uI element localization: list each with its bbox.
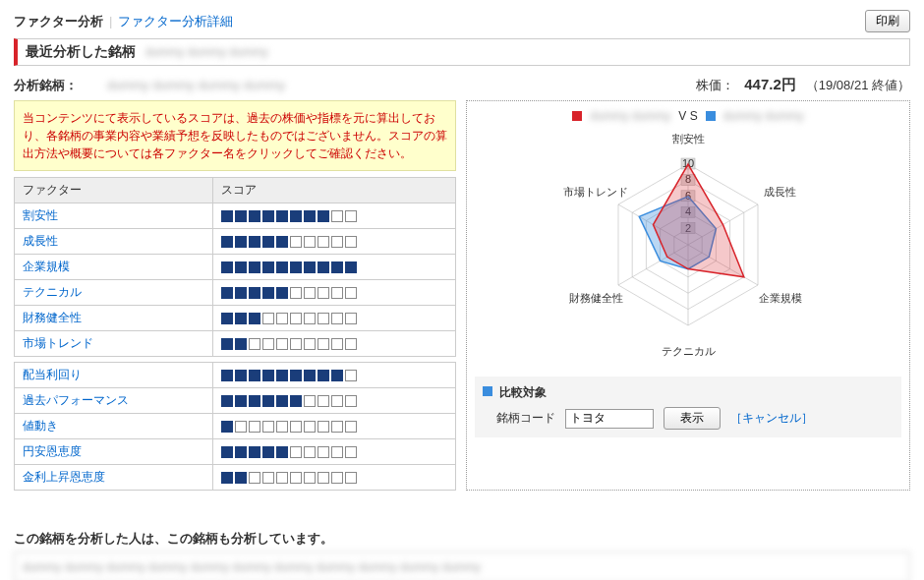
compare-code-input[interactable] (565, 409, 654, 429)
score-bar (221, 472, 447, 484)
score-bar (221, 395, 447, 407)
chart-legend: dummy dummy V S dummy dummy (475, 109, 901, 123)
recent-items[interactable]: dummy dummy dummy (145, 45, 268, 59)
tab-bar: ファクター分析 | ファクター分析詳細 (14, 13, 233, 30)
score-bar (221, 338, 447, 350)
score-bar (221, 261, 447, 273)
radar-svg: 246810割安性成長性企業規模テクニカル財務健全性市場トレンド (501, 127, 875, 363)
also-box[interactable]: dummy dummy dummy dummy dummy dummy dumm… (14, 551, 910, 580)
score-bar (221, 236, 447, 248)
legend-blue-icon (706, 111, 716, 121)
table-row: テクニカル (15, 280, 456, 306)
score-bar (221, 287, 447, 299)
left-column: 当コンテンツにて表示しているスコアは、過去の株価や指標を元に算出しており、各銘柄… (14, 100, 456, 491)
print-button[interactable]: 印刷 (865, 10, 910, 32)
table-row: 企業規模 (15, 255, 456, 280)
compare-color-icon (483, 386, 492, 396)
compare-box: 比較対象 銘柄コード 表示 ［キャンセル］ (475, 377, 901, 437)
tab-separator: | (109, 14, 112, 29)
header-row: ファクター分析 | ファクター分析詳細 印刷 (14, 10, 910, 32)
radar-chart: 246810割安性成長性企業規模テクニカル財務健全性市場トレンド (475, 127, 901, 363)
cancel-link[interactable]: ［キャンセル］ (730, 410, 813, 427)
also-analyzed-section: この銘柄を分析した人は、この銘柄も分析しています。 dummy dummy du… (14, 530, 910, 580)
factor-link[interactable]: 成長性 (23, 234, 58, 248)
score-bar (221, 210, 447, 222)
legend-red-icon (572, 111, 582, 121)
factor-table: ファクター スコア 割安性成長性企業規模テクニカル財務健全性市場トレンド配当利回… (14, 177, 456, 491)
score-bar (221, 370, 447, 381)
table-row: 財務健全性 (15, 306, 456, 331)
analysis-stock-name: dummy dummy dummy dummy (107, 78, 285, 92)
factor-link[interactable]: 金利上昇恩恵度 (23, 470, 105, 484)
table-row: 円安恩恵度 (15, 439, 456, 465)
notice-box: 当コンテンツにて表示しているスコアは、過去の株価や指標を元に算出しており、各銘柄… (14, 100, 456, 171)
table-row: 市場トレンド (15, 331, 456, 357)
factor-link[interactable]: テクニカル (23, 285, 82, 299)
price-value: 447.2円 (744, 76, 796, 94)
col-header-score: スコア (213, 178, 456, 203)
price-label: 株価： (696, 77, 734, 94)
factor-link[interactable]: 企業規模 (23, 260, 70, 273)
compare-code-label: 銘柄コード (496, 410, 555, 427)
right-column: dummy dummy V S dummy dummy 246810割安性成長性… (466, 100, 910, 491)
table-row: 割安性 (15, 203, 456, 229)
svg-text:財務健全性: 財務健全性 (569, 292, 623, 304)
svg-text:成長性: 成長性 (764, 186, 796, 198)
factor-link[interactable]: 市場トレンド (23, 336, 93, 350)
compare-header: 比較対象 (499, 385, 547, 399)
show-button[interactable]: 表示 (664, 407, 721, 430)
svg-text:企業規模: 企業規模 (759, 292, 802, 304)
recent-title: 最近分析した銘柄 (26, 43, 136, 61)
factor-link[interactable]: 割安性 (23, 208, 58, 222)
factor-link[interactable]: 財務健全性 (23, 311, 82, 324)
legend-a-label: dummy dummy (590, 109, 670, 123)
table-row: 金利上昇恩恵度 (15, 465, 456, 491)
legend-b-label: dummy dummy (723, 109, 804, 123)
svg-text:市場トレンド: 市場トレンド (563, 186, 628, 198)
recent-analyzed-box: 最近分析した銘柄 dummy dummy dummy (14, 38, 910, 66)
score-bar (221, 421, 447, 433)
score-bar (221, 313, 447, 324)
score-bar (221, 446, 447, 458)
legend-vs: V S (678, 109, 697, 123)
price-row: 株価： 447.2円 （19/08/21 終値） (696, 76, 910, 94)
table-row: 配当利回り (15, 363, 456, 388)
factor-link[interactable]: 過去パフォーマンス (23, 393, 129, 407)
table-row: 過去パフォーマンス (15, 388, 456, 414)
table-row: 成長性 (15, 229, 456, 255)
tab-factor-analysis[interactable]: ファクター分析 (14, 13, 103, 30)
svg-text:テクニカル: テクニカル (662, 345, 716, 357)
svg-text:割安性: 割安性 (672, 133, 705, 145)
tab-factor-detail[interactable]: ファクター分析詳細 (118, 13, 233, 30)
analysis-label: 分析銘柄： (14, 77, 78, 94)
factor-link[interactable]: 配当利回り (23, 368, 82, 381)
factor-link[interactable]: 値動き (23, 419, 58, 433)
also-title: この銘柄を分析した人は、この銘柄も分析しています。 (14, 530, 910, 548)
col-header-factor: ファクター (15, 178, 213, 203)
table-row: 値動き (15, 414, 456, 439)
analysis-info-row: 分析銘柄： dummy dummy dummy dummy 株価： 447.2円… (14, 76, 910, 94)
factor-link[interactable]: 円安恩恵度 (23, 444, 82, 458)
price-date: （19/08/21 終値） (806, 77, 910, 94)
